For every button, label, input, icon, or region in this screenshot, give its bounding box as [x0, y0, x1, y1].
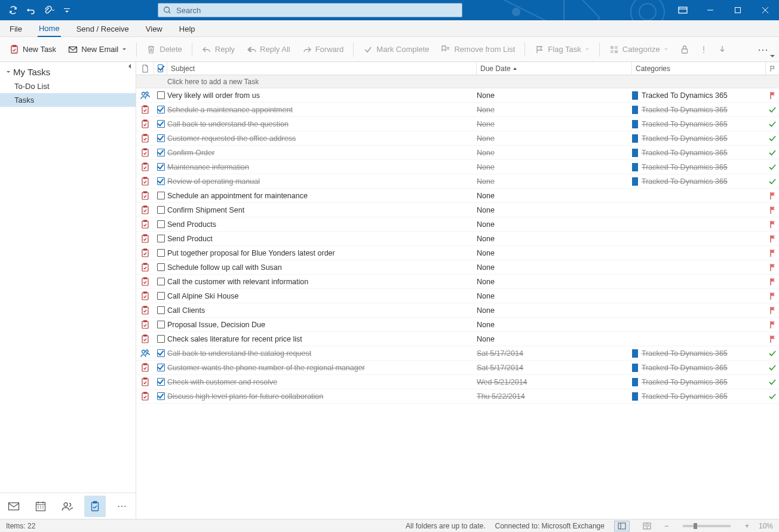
add-task-row[interactable]: Click here to add a new Task	[136, 75, 779, 88]
ribbon-expand-icon[interactable]	[769, 53, 775, 60]
task-checkbox[interactable]	[154, 321, 167, 328]
task-flag-icon[interactable]	[766, 106, 779, 113]
task-checkbox[interactable]	[154, 392, 167, 400]
task-flag-icon[interactable]	[766, 306, 779, 315]
task-checkbox[interactable]	[154, 91, 167, 99]
task-row[interactable]: Customer requested the office addressNon…	[136, 131, 779, 146]
task-flag-icon[interactable]	[766, 278, 779, 286]
task-row[interactable]: Maintenance informationNoneTracked To Dy…	[136, 160, 779, 174]
task-flag-icon[interactable]	[766, 393, 779, 400]
task-row[interactable]: Call the customer with relevant informat…	[136, 275, 779, 289]
column-due-date[interactable]: Due Date	[477, 62, 632, 75]
task-flag-icon[interactable]	[766, 121, 779, 128]
nav-mail-icon[interactable]	[3, 496, 24, 517]
task-checkbox[interactable]	[154, 120, 167, 128]
search-input[interactable]: Search	[158, 3, 462, 17]
column-flag[interactable]	[766, 62, 779, 75]
task-flag-icon[interactable]	[766, 164, 779, 171]
task-checkbox[interactable]	[154, 220, 167, 228]
view-reading-icon[interactable]	[639, 521, 655, 531]
task-row[interactable]: Check sales literature for recent price …	[136, 332, 779, 346]
task-row[interactable]: Call back to understand the questionNone…	[136, 117, 779, 131]
column-complete[interactable]	[154, 62, 167, 75]
task-checkbox[interactable]	[154, 378, 167, 386]
task-flag-icon[interactable]	[766, 321, 779, 329]
task-flag-icon[interactable]	[766, 91, 779, 100]
task-row[interactable]: Send ProductNone	[136, 232, 779, 246]
task-row[interactable]: Schedule an appointment for maintenanceN…	[136, 189, 779, 203]
task-row[interactable]: Review of operating manualNoneTracked To…	[136, 174, 779, 189]
column-categories[interactable]: Categories	[632, 62, 766, 75]
nav-people-icon[interactable]	[57, 496, 78, 517]
task-flag-icon[interactable]	[766, 335, 779, 343]
task-checkbox[interactable]	[154, 292, 167, 300]
task-flag-icon[interactable]	[766, 149, 779, 156]
task-row[interactable]: Schedule a maintenance appointmentNoneTr…	[136, 103, 779, 117]
task-row[interactable]: Confirm OrderNoneTracked To Dynamics 365	[136, 146, 779, 160]
task-flag-icon[interactable]	[766, 292, 779, 300]
task-checkbox[interactable]	[154, 192, 167, 199]
task-checkbox[interactable]	[154, 278, 167, 285]
column-icon[interactable]	[136, 62, 154, 75]
task-flag-icon[interactable]	[766, 263, 779, 272]
task-checkbox[interactable]	[154, 263, 167, 271]
task-row[interactable]: Put together proposal for Blue Yonders l…	[136, 246, 779, 260]
task-row[interactable]: Discuss high level plans for future coll…	[136, 389, 779, 404]
task-checkbox[interactable]	[154, 106, 167, 113]
task-checkbox[interactable]	[154, 249, 167, 257]
ribbon-display-button[interactable]	[669, 0, 697, 20]
new-email-button[interactable]: New Email	[65, 41, 130, 59]
task-flag-icon[interactable]	[766, 235, 779, 243]
view-normal-icon[interactable]	[614, 521, 630, 531]
task-checkbox[interactable]	[154, 163, 167, 171]
task-flag-icon[interactable]	[766, 206, 779, 214]
task-row[interactable]: Schedule follow up call with SusanNone	[136, 260, 779, 275]
menu-view[interactable]: View	[145, 22, 164, 36]
task-checkbox[interactable]	[154, 364, 167, 371]
task-checkbox[interactable]	[154, 134, 167, 142]
task-checkbox[interactable]	[154, 149, 167, 156]
attach-dropdown-icon[interactable]	[42, 3, 56, 17]
sidebar-item-to-do-list[interactable]: To-Do List	[0, 79, 136, 93]
menu-help[interactable]: Help	[178, 22, 197, 36]
sync-icon[interactable]	[6, 3, 20, 17]
task-flag-icon[interactable]	[766, 192, 779, 200]
menu-send-receive[interactable]: Send / Receive	[75, 22, 130, 36]
task-row[interactable]: Proposal Issue, Decision DueNone	[136, 318, 779, 332]
minimize-button[interactable]	[697, 0, 724, 20]
undo-icon[interactable]	[24, 3, 38, 17]
task-row[interactable]: Call ClientsNone	[136, 303, 779, 318]
task-flag-icon[interactable]	[766, 350, 779, 357]
nav-tasks-icon[interactable]	[84, 496, 106, 517]
task-flag-icon[interactable]	[766, 249, 779, 257]
zoom-slider[interactable]	[683, 525, 731, 527]
maximize-button[interactable]	[724, 0, 752, 20]
task-row[interactable]: Call back to understand the catalog requ…	[136, 346, 779, 361]
task-checkbox[interactable]	[154, 306, 167, 314]
task-checkbox[interactable]	[154, 349, 167, 357]
task-checkbox[interactable]	[154, 206, 167, 214]
sidebar-header-my-tasks[interactable]: My Tasks	[0, 64, 136, 79]
task-row[interactable]: Call Alpine Ski HouseNone	[136, 289, 779, 303]
nav-calendar-icon[interactable]	[30, 496, 51, 517]
sidebar-item-tasks[interactable]: Tasks	[0, 93, 136, 107]
task-checkbox[interactable]	[154, 177, 167, 185]
task-checkbox[interactable]	[154, 235, 167, 242]
task-row[interactable]: Confirm Shipment SentNone	[136, 203, 779, 217]
sidebar-collapse-icon[interactable]	[127, 63, 133, 70]
close-button[interactable]	[752, 0, 779, 20]
qat-customize-icon[interactable]	[60, 3, 74, 17]
task-flag-icon[interactable]	[766, 220, 779, 229]
task-flag-icon[interactable]	[766, 379, 779, 386]
menu-file[interactable]: File	[8, 22, 23, 36]
task-row[interactable]: Customer wants the phone number of the r…	[136, 361, 779, 375]
task-checkbox[interactable]	[154, 335, 167, 343]
column-subject[interactable]: Subject	[167, 62, 477, 75]
task-flag-icon[interactable]	[766, 178, 779, 185]
menu-home[interactable]: Home	[38, 21, 61, 37]
new-task-button[interactable]: New Task	[6, 41, 60, 59]
task-flag-icon[interactable]	[766, 364, 779, 371]
task-row[interactable]: Send ProductsNone	[136, 217, 779, 232]
task-flag-icon[interactable]	[766, 135, 779, 142]
task-row[interactable]: Very likely will order from usNoneTracke…	[136, 88, 779, 103]
